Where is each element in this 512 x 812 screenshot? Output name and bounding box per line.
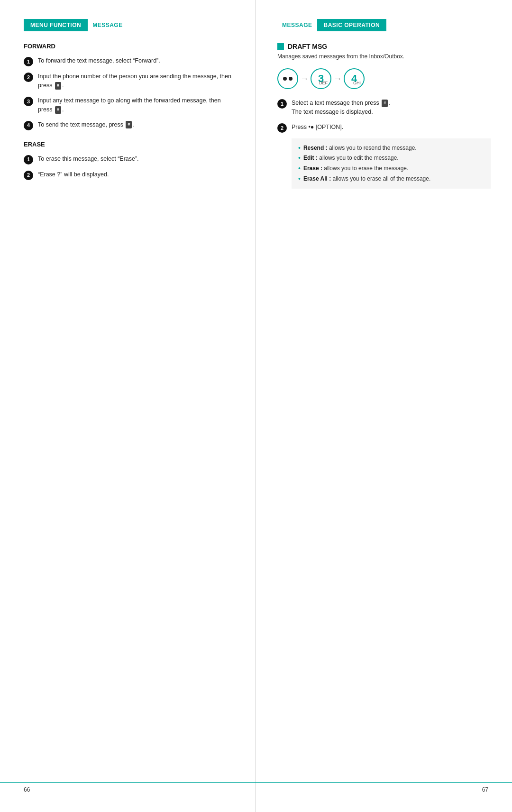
erase-step-2: 2 “Erase ?” will be displayed.	[24, 170, 234, 180]
bullet-edit: • Edit : allows you to edit the message.	[298, 153, 484, 164]
bullet-edit-desc: allows you to edit the message.	[319, 155, 398, 161]
forward-heading: FORWARD	[24, 43, 234, 50]
key-icon-hash: #	[55, 82, 61, 90]
bullet-erase-desc: allows you to erase the message.	[324, 165, 408, 172]
key-4-circle: 4 GHI	[344, 68, 365, 89]
bullet-resend-label: Resend :	[303, 145, 328, 151]
step-num-4: 4	[24, 121, 33, 130]
dot-left	[283, 77, 287, 81]
page-container: MENU FUNCTION MESSAGE FORWARD 1 To forwa…	[0, 0, 512, 812]
forward-step-4-text: To send the text message, press #.	[38, 120, 234, 129]
left-header-bar: MENU FUNCTION MESSAGE	[24, 19, 234, 31]
erase-heading: ERASE	[24, 141, 234, 148]
bullet-resend: • Resend : allows you to resend the mess…	[298, 143, 484, 154]
forward-step-3-text: Input any text message to go along with …	[38, 96, 234, 115]
page-number-right: 67	[482, 786, 488, 793]
right-tab-message: MESSAGE	[277, 19, 317, 31]
bullet-dot-edit: •	[298, 153, 301, 163]
bullet-erase: • Erase : allows you to erase the messag…	[298, 164, 484, 174]
erase-section: ERASE 1 To erase this message, select “E…	[24, 141, 234, 180]
forward-step-4: 4 To send the text message, press #.	[24, 120, 234, 130]
bullet-dot-resend: •	[298, 143, 301, 153]
left-tab-menu-function: MENU FUNCTION	[24, 19, 88, 31]
erase-step-2-text: “Erase ?” will be displayed.	[38, 170, 234, 179]
dot-right	[289, 77, 293, 81]
bullet-resend-desc: allows you to resend the message.	[329, 145, 417, 151]
right-header-bar: MESSAGE BASIC OPERATION	[277, 19, 491, 31]
bullet-erase-all: • Erase All : allows you to erase all of…	[298, 174, 484, 184]
bullet-erase-label: Erase :	[303, 165, 322, 172]
draft-subtitle: Manages saved messages from the Inbox/Ou…	[277, 53, 491, 60]
bullet-edit-label: Edit :	[303, 155, 318, 161]
step-num-3: 3	[24, 97, 33, 106]
step-num-2: 2	[24, 73, 33, 82]
bullet-erase-all-desc: allows you to erase all of the message.	[333, 175, 431, 182]
right-tab-basic-operation: BASIC OPERATION	[317, 19, 387, 31]
draft-step-2: 2 Press •● [OPTION].	[277, 123, 491, 133]
draft-step-2-text: Press •● [OPTION].	[292, 123, 491, 132]
key-3-sup: DEF	[319, 81, 328, 85]
erase-step-num-1: 1	[24, 155, 33, 164]
bullet-dot-erase: •	[298, 164, 301, 173]
erase-step-num-2: 2	[24, 171, 33, 180]
draft-step-1-text: Select a text message then press #. The …	[292, 99, 491, 117]
bullet-edit-text: Edit : allows you to edit the message.	[303, 153, 399, 164]
left-page: MENU FUNCTION MESSAGE FORWARD 1 To forwa…	[0, 0, 256, 812]
info-box: • Resend : allows you to resend the mess…	[292, 138, 491, 189]
forward-step-2: 2 Input the phone number of the person y…	[24, 72, 234, 91]
page-footer: 66 67	[0, 782, 512, 793]
bullet-erase-text: Erase : allows you to erase the message.	[303, 164, 408, 174]
bullet-dot-erase-all: •	[298, 174, 301, 184]
bullet-erase-all-label: Erase All :	[303, 175, 331, 182]
forward-step-1: 1 To forward the text message, select “F…	[24, 56, 234, 66]
key-icon-hash-3: #	[126, 121, 132, 128]
erase-step-1-text: To erase this message, select “Erase”.	[38, 155, 234, 164]
key-4-sup: GHI	[353, 81, 361, 85]
arrow-2: →	[333, 74, 342, 84]
draft-step-num-2: 2	[277, 123, 287, 133]
key-icon-hash-right: #	[382, 100, 388, 107]
draft-heading: DRAFT MSG	[277, 43, 491, 50]
forward-step-2-text: Input the phone number of the person you…	[38, 72, 234, 91]
left-tab-message: MESSAGE	[88, 19, 128, 31]
draft-step-1: 1 Select a text message then press #. Th…	[277, 99, 491, 117]
bullet-erase-all-text: Erase All : allows you to erase all of t…	[303, 174, 430, 184]
key-diagram: → 3 DEF → 4 GHI	[277, 68, 491, 89]
draft-title: DRAFT MSG	[288, 43, 327, 50]
bullet-resend-text: Resend : allows you to resend the messag…	[303, 143, 417, 154]
key-3-circle: 3 DEF	[311, 68, 331, 89]
page-wrapper: MENU FUNCTION MESSAGE FORWARD 1 To forwa…	[0, 0, 512, 812]
key-icon-hash-2: #	[55, 106, 61, 114]
page-number-left: 66	[24, 786, 30, 793]
right-page: MESSAGE BASIC OPERATION DRAFT MSG Manage…	[256, 0, 512, 812]
forward-step-1-text: To forward the text message, select “For…	[38, 56, 234, 65]
arrow-1: →	[300, 74, 309, 84]
forward-step-3: 3 Input any text message to go along wit…	[24, 96, 234, 115]
draft-square-icon	[277, 43, 284, 50]
erase-step-1: 1 To erase this message, select “Erase”.	[24, 155, 234, 164]
draft-step-num-1: 1	[277, 99, 287, 109]
key-dot-circle	[277, 68, 298, 89]
step-num-1: 1	[24, 57, 33, 66]
